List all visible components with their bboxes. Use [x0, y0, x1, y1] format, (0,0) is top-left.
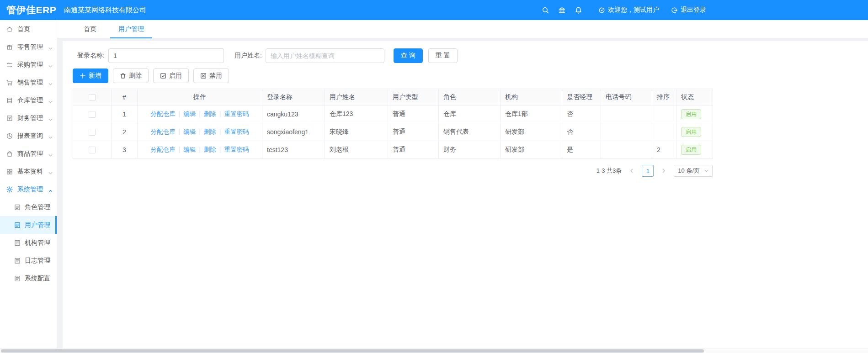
cell-phone — [601, 141, 652, 159]
tab-user-management[interactable]: 用户管理 — [110, 20, 152, 38]
cell-phone — [601, 105, 652, 123]
sidebar-item-home[interactable]: 首页 — [0, 20, 57, 38]
sidebar-item-label: 采购管理 — [17, 61, 43, 69]
delete-link[interactable]: 删除 — [204, 146, 216, 153]
link-separator: | — [219, 146, 221, 153]
row-checkbox[interactable] — [89, 129, 96, 136]
sidebar-item-label: 机构管理 — [25, 239, 50, 247]
sidebar-item-system[interactable]: 系统管理 — [0, 180, 57, 198]
logout-button[interactable]: 退出登录 — [671, 6, 706, 14]
sidebar-item-system-config[interactable]: 系统配置 — [0, 269, 57, 287]
chevron-down-icon — [48, 169, 53, 174]
chevron-down-icon — [48, 152, 53, 156]
col-phone: 电话号码 — [601, 89, 652, 105]
enable-label: 启用 — [169, 72, 182, 80]
scrollbar-thumb[interactable] — [1, 349, 704, 353]
disable-button[interactable]: 禁用 — [193, 68, 229, 83]
page-1-button[interactable]: 1 — [642, 165, 654, 177]
pie-chart-icon — [6, 132, 13, 140]
enable-button[interactable]: 启用 — [153, 68, 189, 83]
reset-password-link[interactable]: 重置密码 — [224, 111, 249, 117]
user-name-input[interactable] — [266, 48, 384, 63]
top-header: 管伊佳ERP 南通某某网络科技有限公司 欢迎您，测试用户 退出登录 — [0, 0, 868, 20]
sidebar-item-user-management[interactable]: 用户管理 — [0, 216, 57, 234]
link-separator: | — [199, 128, 201, 135]
sidebar-item-log-management[interactable]: 日志管理 — [0, 252, 57, 269]
disable-label: 禁用 — [209, 72, 222, 80]
login-name-input[interactable] — [108, 48, 224, 63]
page-size-value: 10 条/页 — [678, 167, 700, 175]
document-icon — [14, 204, 21, 211]
page-size-select[interactable]: 10 条/页 — [674, 165, 713, 177]
edit-link[interactable]: 编辑 — [183, 128, 196, 135]
sidebar-item-retail[interactable]: 零售管理 — [0, 38, 57, 56]
cell-org: 仓库1部 — [501, 105, 562, 123]
bell-icon[interactable] — [570, 0, 586, 20]
reset-password-link[interactable]: 重置密码 — [224, 128, 249, 135]
bag-icon — [6, 150, 13, 158]
cell-type: 普通 — [388, 123, 439, 141]
sidebar-item-label: 报表查询 — [17, 132, 43, 140]
delete-link[interactable]: 删除 — [204, 128, 216, 135]
row-checkbox[interactable] — [89, 111, 96, 118]
assign-warehouse-link[interactable]: 分配仓库 — [151, 128, 176, 135]
sidebar-item-label: 系统配置 — [25, 274, 50, 283]
sidebar-item-role-management[interactable]: 角色管理 — [0, 198, 57, 216]
reset-password-link[interactable]: 重置密码 — [224, 146, 249, 153]
cell-role: 仓库 — [439, 105, 501, 123]
document-icon — [14, 239, 21, 247]
cell-manager: 否 — [562, 123, 601, 141]
select-all-checkbox[interactable] — [89, 94, 96, 101]
welcome-text: 欢迎您，测试用户 — [608, 6, 659, 14]
user-menu[interactable]: 欢迎您，测试用户 — [598, 6, 659, 14]
status-badge: 启用 — [681, 127, 701, 137]
cell-manager: 是 — [562, 141, 601, 159]
sidebar-item-goods[interactable]: 商品管理 — [0, 145, 57, 163]
table-header-row: # 操作 登录名称 用户姓名 用户类型 角色 机构 是否经理 电话号码 排序 状 — [73, 89, 713, 105]
main-area: 首页 用户管理 登录名称: 用户姓名: 查 询 重 置 — [57, 20, 868, 353]
sidebar-item-finance[interactable]: 财务管理 — [0, 109, 57, 127]
reset-button[interactable]: 重 置 — [428, 48, 458, 63]
circle-chevron-down-icon — [598, 7, 605, 14]
row-index: 1 — [112, 105, 138, 123]
edit-link[interactable]: 编辑 — [183, 111, 196, 117]
cell-phone — [601, 123, 652, 141]
sidebar-item-label: 零售管理 — [17, 43, 43, 51]
chevron-down-icon — [48, 134, 53, 138]
row-index: 3 — [112, 141, 138, 159]
delete-link[interactable]: 删除 — [204, 111, 216, 117]
horizontal-scrollbar[interactable] — [0, 348, 868, 353]
cell-role: 财务 — [439, 141, 501, 159]
link-separator: | — [179, 146, 181, 153]
check-square-icon — [160, 73, 166, 79]
grid-icon — [6, 168, 13, 175]
search-icon[interactable] — [537, 0, 554, 20]
assign-warehouse-link[interactable]: 分配仓库 — [151, 146, 176, 153]
delete-button[interactable]: 删除 — [113, 68, 149, 83]
sidebar-item-org-management[interactable]: 机构管理 — [0, 234, 57, 252]
add-button[interactable]: 新增 — [73, 68, 108, 83]
sidebar-item-label: 商品管理 — [17, 150, 43, 158]
prev-page-button[interactable] — [626, 165, 637, 176]
edit-link[interactable]: 编辑 — [183, 146, 196, 153]
query-button[interactable]: 查 询 — [394, 48, 423, 63]
sidebar-item-warehouse[interactable]: 仓库管理 — [0, 91, 57, 109]
table-toolbar: 新增 删除 启用 禁用 — [73, 68, 868, 83]
sidebar-item-label: 销售管理 — [17, 79, 43, 87]
col-is-manager: 是否经理 — [562, 89, 601, 105]
row-actions: 分配仓库|编辑|删除|重置密码 — [138, 123, 262, 141]
bank-icon[interactable] — [554, 0, 570, 20]
assign-warehouse-link[interactable]: 分配仓库 — [151, 111, 176, 117]
chevron-left-icon — [629, 169, 634, 173]
sidebar-item-reports[interactable]: 报表查询 — [0, 127, 57, 145]
sidebar-item-purchase[interactable]: 采购管理 — [0, 56, 57, 74]
row-checkbox[interactable] — [89, 147, 96, 153]
app-logo: 管伊佳ERP — [0, 4, 59, 16]
x-square-icon — [200, 73, 207, 79]
next-page-button[interactable] — [658, 165, 669, 176]
sidebar-item-sales[interactable]: 销售管理 — [0, 74, 57, 91]
sidebar-item-basic-data[interactable]: 基本资料 — [0, 163, 57, 180]
table-row: 2 分配仓库|编辑|删除|重置密码 songxiaofeng1 宋晓锋 普通 销… — [73, 123, 713, 141]
cell-name: 宋晓锋 — [325, 123, 388, 141]
tab-home[interactable]: 首页 — [75, 20, 105, 38]
